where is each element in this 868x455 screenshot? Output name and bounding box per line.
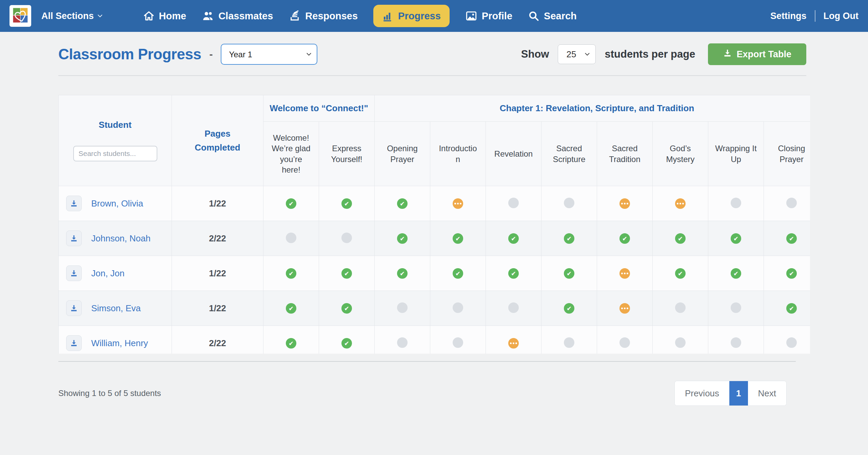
- lesson-column-header: Welcome! We’re glad you’re here!: [263, 122, 319, 186]
- status-not-started-icon: [786, 337, 797, 348]
- status-completed-icon: ✔: [675, 233, 686, 244]
- nav-item-label: Responses: [305, 11, 358, 22]
- status-completed-icon: ✔: [286, 268, 296, 279]
- page-1-button[interactable]: 1: [729, 381, 748, 405]
- export-table-button[interactable]: Export Table: [708, 43, 806, 65]
- lesson-status-cell: ✔: [375, 186, 430, 221]
- app-logo[interactable]: [9, 5, 31, 27]
- download-student-report-button[interactable]: [66, 231, 82, 246]
- lesson-status-cell: [430, 291, 486, 326]
- lesson-status-cell: [319, 221, 375, 256]
- table-row: Jon, Jon1/22✔✔✔✔✔✔✔✔✔: [59, 256, 810, 291]
- lesson-status-cell: ✔: [319, 326, 375, 354]
- status-in-progress-icon: [619, 303, 630, 314]
- nav-item-label: Classmates: [218, 11, 273, 22]
- download-icon: [723, 48, 732, 60]
- lesson-column-header: Closing Prayer: [764, 122, 810, 186]
- status-not-started-icon: [508, 302, 519, 313]
- student-name-link[interactable]: William, Henry: [91, 338, 148, 348]
- lesson-column-header: Express Yourself!: [319, 122, 375, 186]
- nav-item-responses[interactable]: Responses: [289, 10, 358, 22]
- status-completed-icon: ✔: [564, 303, 574, 314]
- status-not-started-icon: [341, 233, 352, 243]
- lesson-status-cell: ✔: [319, 186, 375, 221]
- student-cell: Jon, Jon: [59, 256, 172, 291]
- nav-item-classmates[interactable]: Classmates: [202, 10, 273, 22]
- download-icon: [70, 269, 78, 277]
- page-title: Classroom Progress: [58, 46, 201, 63]
- page-header: Classroom Progress - Year 1 Show 25 stud…: [58, 43, 806, 65]
- download-student-report-button[interactable]: [66, 196, 82, 211]
- nav-item-progress[interactable]: Progress: [373, 5, 450, 27]
- lesson-status-cell: [764, 326, 810, 354]
- lesson-status-cell: ✔: [486, 256, 541, 291]
- lesson-status-cell: [597, 186, 653, 221]
- student-header-label: Student: [59, 120, 172, 130]
- status-not-started-icon: [675, 302, 686, 313]
- lesson-status-cell: ✔: [541, 256, 597, 291]
- status-in-progress-icon: [508, 338, 519, 349]
- pages-completed-value: 1/22: [172, 186, 263, 221]
- home-icon: [143, 10, 155, 22]
- lesson-status-cell: ✔: [319, 291, 375, 326]
- table-row: Simson, Eva1/22✔✔✔✔: [59, 291, 810, 326]
- nav-divider: [815, 10, 815, 22]
- student-name-link[interactable]: Jon, Jon: [91, 268, 124, 278]
- lesson-column-header: Sacred Tradition: [597, 122, 653, 186]
- previous-page-button[interactable]: Previous: [675, 381, 729, 405]
- lesson-status-cell: [597, 326, 653, 354]
- student-name-link[interactable]: Simson, Eva: [91, 303, 141, 313]
- search-students-input[interactable]: [73, 146, 157, 161]
- section-selector[interactable]: All Sections: [41, 11, 103, 21]
- nav-item-label: Profile: [482, 11, 512, 22]
- show-label: Show: [521, 48, 549, 60]
- lesson-status-cell: ✔: [541, 221, 597, 256]
- status-completed-icon: ✔: [453, 268, 463, 279]
- student-name-link[interactable]: Brown, Olivia: [91, 198, 143, 209]
- lesson-status-cell: [375, 291, 430, 326]
- lesson-status-cell: [597, 256, 653, 291]
- nav-item-profile[interactable]: Profile: [465, 10, 512, 22]
- progress-table-container: Student Pages Completed Welcome to “Conn…: [58, 95, 810, 354]
- status-not-started-icon: [286, 233, 296, 243]
- status-in-progress-icon: [619, 198, 630, 209]
- lesson-status-cell: [375, 326, 430, 354]
- table-row: Brown, Olivia1/22✔✔✔: [59, 186, 810, 221]
- lesson-status-cell: [486, 291, 541, 326]
- download-icon: [70, 339, 78, 347]
- status-not-started-icon: [675, 337, 686, 348]
- student-name-link[interactable]: Johnson, Noah: [91, 233, 151, 243]
- status-completed-icon: ✔: [341, 303, 352, 314]
- nav-item-label: Progress: [398, 11, 441, 22]
- per-page-select[interactable]: 25: [558, 44, 596, 64]
- download-icon: [70, 234, 78, 242]
- next-page-button[interactable]: Next: [748, 381, 786, 405]
- logout-link[interactable]: Log Out: [824, 11, 859, 21]
- status-completed-icon: ✔: [564, 268, 574, 279]
- navbar-right: Settings Log Out: [770, 10, 859, 22]
- download-student-report-button[interactable]: [66, 335, 82, 351]
- section-selector-label: All Sections: [41, 11, 94, 21]
- year-select[interactable]: Year 1: [221, 44, 317, 65]
- download-student-report-button[interactable]: [66, 300, 82, 316]
- lesson-status-cell: [430, 326, 486, 354]
- progress-table-body: Brown, Olivia1/22✔✔✔Johnson, Noah2/22✔✔✔…: [59, 186, 810, 354]
- bar-chart-icon: [382, 10, 394, 22]
- student-column-header: Student: [59, 95, 172, 186]
- lesson-status-cell: ✔: [375, 256, 430, 291]
- pages-completed-value: 1/22: [172, 291, 263, 326]
- settings-link[interactable]: Settings: [770, 11, 807, 21]
- lesson-status-cell: ✔: [708, 256, 764, 291]
- chevron-down-icon: [97, 11, 103, 21]
- nav-item-home[interactable]: Home: [143, 10, 186, 22]
- lesson-status-cell: ✔: [764, 291, 810, 326]
- status-not-started-icon: [786, 198, 797, 208]
- status-completed-icon: ✔: [286, 198, 296, 209]
- download-student-report-button[interactable]: [66, 265, 82, 281]
- group-header-1: Chapter 1: Revelation, Scripture, and Tr…: [375, 95, 810, 122]
- student-cell: Simson, Eva: [59, 291, 172, 326]
- nav-item-search[interactable]: Search: [528, 10, 577, 22]
- status-not-started-icon: [397, 302, 408, 313]
- status-completed-icon: ✔: [619, 233, 630, 244]
- status-not-started-icon: [453, 302, 463, 313]
